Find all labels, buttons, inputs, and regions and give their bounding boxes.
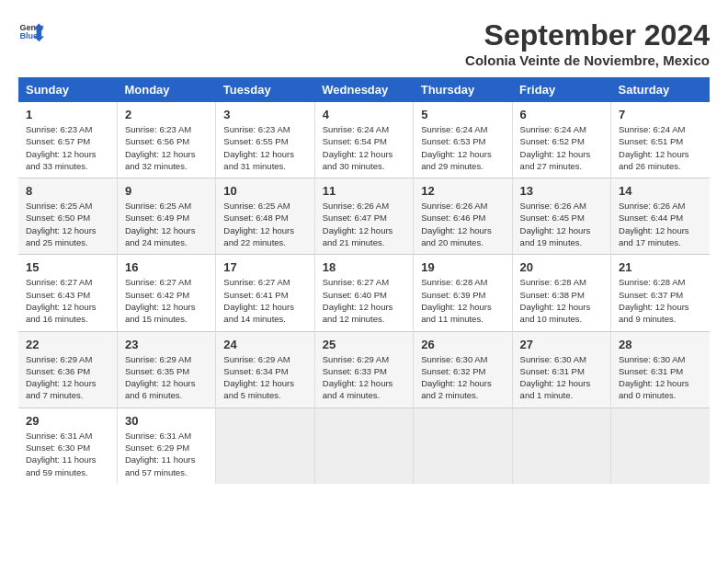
day-info: Sunrise: 6:26 AMSunset: 6:44 PMDaylight:…: [619, 200, 702, 248]
calendar-cell: 6Sunrise: 6:24 AMSunset: 6:52 PMDaylight…: [512, 102, 610, 178]
day-info: Sunrise: 6:25 AMSunset: 6:50 PMDaylight:…: [26, 200, 109, 248]
calendar-cell: 11Sunrise: 6:26 AMSunset: 6:47 PMDayligh…: [314, 178, 413, 255]
weekday-header: Monday: [117, 77, 215, 102]
calendar-cell: [512, 408, 610, 484]
day-info: Sunrise: 6:27 AMSunset: 6:40 PMDaylight:…: [323, 276, 405, 325]
weekday-header: Thursday: [414, 77, 512, 102]
day-info: Sunrise: 6:30 AMSunset: 6:32 PMDaylight:…: [421, 353, 504, 402]
calendar-cell: 23Sunrise: 6:29 AMSunset: 6:35 PMDayligh…: [117, 331, 215, 408]
day-number: 12: [421, 184, 504, 198]
day-info: Sunrise: 6:29 AMSunset: 6:35 PMDaylight:…: [125, 353, 208, 402]
day-info: Sunrise: 6:23 AMSunset: 6:57 PMDaylight:…: [26, 123, 109, 172]
day-number: 29: [26, 414, 109, 428]
day-info: Sunrise: 6:23 AMSunset: 6:55 PMDaylight:…: [223, 123, 306, 172]
day-number: 23: [125, 338, 208, 351]
calendar-cell: 1Sunrise: 6:23 AMSunset: 6:57 PMDaylight…: [18, 102, 117, 178]
day-info: Sunrise: 6:30 AMSunset: 6:31 PMDaylight:…: [520, 353, 603, 402]
calendar-cell: 2Sunrise: 6:23 AMSunset: 6:56 PMDaylight…: [117, 102, 215, 178]
svg-text:Blue: Blue: [19, 31, 38, 40]
day-number: 22: [26, 338, 109, 351]
calendar-cell: 18Sunrise: 6:27 AMSunset: 6:40 PMDayligh…: [314, 255, 413, 331]
day-number: 14: [619, 184, 702, 198]
calendar-cell: 3Sunrise: 6:23 AMSunset: 6:55 PMDaylight…: [216, 102, 314, 178]
calendar-cell: [611, 408, 710, 484]
calendar-subtitle: Colonia Veinte de Noviembre, Mexico: [465, 52, 710, 68]
day-info: Sunrise: 6:27 AMSunset: 6:43 PMDaylight:…: [26, 276, 109, 325]
day-number: 2: [125, 108, 208, 121]
day-info: Sunrise: 6:28 AMSunset: 6:38 PMDaylight:…: [520, 276, 603, 325]
calendar-cell: 13Sunrise: 6:26 AMSunset: 6:45 PMDayligh…: [512, 178, 610, 255]
day-info: Sunrise: 6:30 AMSunset: 6:31 PMDaylight:…: [619, 353, 702, 402]
day-number: 8: [26, 184, 109, 198]
day-number: 1: [26, 108, 109, 121]
day-number: 27: [520, 338, 603, 351]
day-info: Sunrise: 6:26 AMSunset: 6:45 PMDaylight:…: [520, 200, 603, 248]
day-info: Sunrise: 6:24 AMSunset: 6:54 PMDaylight:…: [323, 123, 405, 172]
day-number: 6: [520, 108, 603, 121]
calendar-cell: 17Sunrise: 6:27 AMSunset: 6:41 PMDayligh…: [216, 255, 314, 331]
day-number: 15: [26, 260, 109, 274]
weekday-header: Wednesday: [314, 77, 413, 102]
day-info: Sunrise: 6:23 AMSunset: 6:56 PMDaylight:…: [125, 123, 208, 172]
logo-icon: General Blue: [18, 18, 44, 44]
calendar-cell: 8Sunrise: 6:25 AMSunset: 6:50 PMDaylight…: [18, 178, 117, 255]
day-number: 28: [619, 338, 702, 351]
day-number: 11: [323, 184, 405, 198]
day-info: Sunrise: 6:24 AMSunset: 6:52 PMDaylight:…: [520, 123, 603, 172]
calendar-cell: 26Sunrise: 6:30 AMSunset: 6:32 PMDayligh…: [414, 331, 512, 408]
day-number: 18: [323, 260, 405, 274]
day-number: 25: [323, 338, 405, 351]
weekday-header: Friday: [512, 77, 610, 102]
day-info: Sunrise: 6:31 AMSunset: 6:29 PMDaylight:…: [125, 430, 208, 478]
day-info: Sunrise: 6:28 AMSunset: 6:37 PMDaylight:…: [619, 276, 702, 325]
calendar-cell: 28Sunrise: 6:30 AMSunset: 6:31 PMDayligh…: [611, 331, 710, 408]
day-number: 7: [619, 108, 702, 121]
calendar-cell: 14Sunrise: 6:26 AMSunset: 6:44 PMDayligh…: [611, 178, 710, 255]
day-info: Sunrise: 6:27 AMSunset: 6:41 PMDaylight:…: [223, 276, 306, 325]
day-number: 21: [619, 260, 702, 274]
day-info: Sunrise: 6:28 AMSunset: 6:39 PMDaylight:…: [421, 276, 504, 325]
calendar-cell: 16Sunrise: 6:27 AMSunset: 6:42 PMDayligh…: [117, 255, 215, 331]
day-info: Sunrise: 6:29 AMSunset: 6:36 PMDaylight:…: [26, 353, 109, 402]
calendar-week-row: 15Sunrise: 6:27 AMSunset: 6:43 PMDayligh…: [18, 255, 710, 331]
day-info: Sunrise: 6:26 AMSunset: 6:46 PMDaylight:…: [421, 200, 504, 248]
calendar-cell: 25Sunrise: 6:29 AMSunset: 6:33 PMDayligh…: [314, 331, 413, 408]
day-info: Sunrise: 6:29 AMSunset: 6:34 PMDaylight:…: [223, 353, 306, 402]
day-number: 20: [520, 260, 603, 274]
calendar-week-row: 29Sunrise: 6:31 AMSunset: 6:30 PMDayligh…: [18, 408, 710, 484]
day-number: 30: [125, 414, 208, 428]
calendar-cell: 5Sunrise: 6:24 AMSunset: 6:53 PMDaylight…: [414, 102, 512, 178]
calendar-cell: 22Sunrise: 6:29 AMSunset: 6:36 PMDayligh…: [18, 331, 117, 408]
weekday-header: Saturday: [611, 77, 710, 102]
calendar-week-row: 22Sunrise: 6:29 AMSunset: 6:36 PMDayligh…: [18, 331, 710, 408]
day-info: Sunrise: 6:24 AMSunset: 6:53 PMDaylight:…: [421, 123, 504, 172]
calendar-week-row: 1Sunrise: 6:23 AMSunset: 6:57 PMDaylight…: [18, 102, 710, 178]
calendar-table: SundayMondayTuesdayWednesdayThursdayFrid…: [18, 77, 710, 484]
day-number: 16: [125, 260, 208, 274]
day-number: 4: [323, 108, 405, 121]
calendar-cell: [314, 408, 413, 484]
weekday-header: Tuesday: [216, 77, 314, 102]
calendar-cell: [414, 408, 512, 484]
calendar-title: September 2024: [465, 18, 710, 52]
calendar-cell: 15Sunrise: 6:27 AMSunset: 6:43 PMDayligh…: [18, 255, 117, 331]
day-info: Sunrise: 6:25 AMSunset: 6:48 PMDaylight:…: [223, 200, 306, 248]
calendar-cell: 27Sunrise: 6:30 AMSunset: 6:31 PMDayligh…: [512, 331, 610, 408]
calendar-week-row: 8Sunrise: 6:25 AMSunset: 6:50 PMDaylight…: [18, 178, 710, 255]
calendar-cell: 24Sunrise: 6:29 AMSunset: 6:34 PMDayligh…: [216, 331, 314, 408]
calendar-body: 1Sunrise: 6:23 AMSunset: 6:57 PMDaylight…: [18, 102, 710, 484]
calendar-cell: 10Sunrise: 6:25 AMSunset: 6:48 PMDayligh…: [216, 178, 314, 255]
calendar-cell: 4Sunrise: 6:24 AMSunset: 6:54 PMDaylight…: [314, 102, 413, 178]
day-number: 17: [223, 260, 306, 274]
calendar-cell: 7Sunrise: 6:24 AMSunset: 6:51 PMDaylight…: [611, 102, 710, 178]
title-area: September 2024 Colonia Veinte de Noviemb…: [465, 18, 710, 68]
day-info: Sunrise: 6:29 AMSunset: 6:33 PMDaylight:…: [323, 353, 405, 402]
day-info: Sunrise: 6:27 AMSunset: 6:42 PMDaylight:…: [125, 276, 208, 325]
day-number: 24: [223, 338, 306, 351]
calendar-header-row: SundayMondayTuesdayWednesdayThursdayFrid…: [18, 77, 710, 102]
day-info: Sunrise: 6:26 AMSunset: 6:47 PMDaylight:…: [323, 200, 405, 248]
calendar-cell: 21Sunrise: 6:28 AMSunset: 6:37 PMDayligh…: [611, 255, 710, 331]
calendar-cell: 19Sunrise: 6:28 AMSunset: 6:39 PMDayligh…: [414, 255, 512, 331]
day-number: 26: [421, 338, 504, 351]
weekday-header: Sunday: [18, 77, 117, 102]
